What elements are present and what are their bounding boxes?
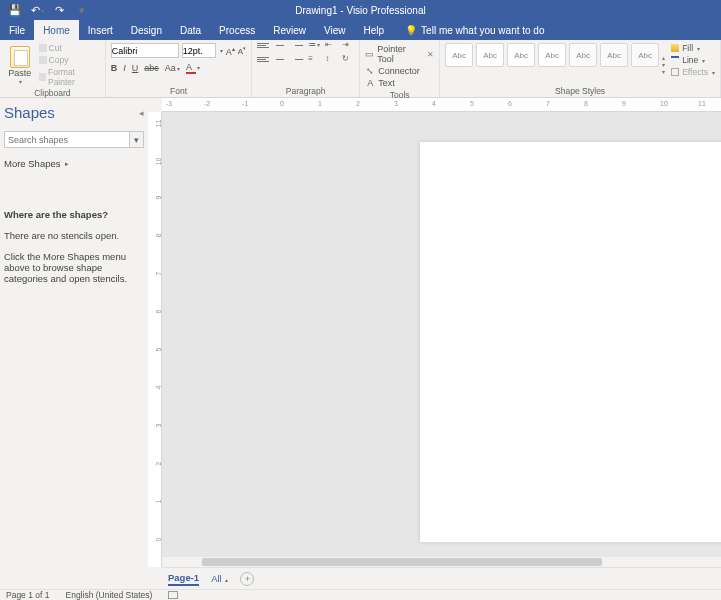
font-color-button[interactable]: A▾ xyxy=(186,62,200,74)
bold-button[interactable]: B xyxy=(111,63,118,73)
status-bar: Page 1 of 1 English (United States) xyxy=(0,589,721,600)
underline-button[interactable]: U xyxy=(132,63,139,73)
strikethrough-button[interactable]: abc xyxy=(144,63,159,73)
ruler-tick: 2 xyxy=(356,100,360,107)
ruler-tick: -3 xyxy=(166,100,172,107)
page-tab-1[interactable]: Page-1 xyxy=(168,572,199,586)
style-swatch[interactable]: Abc xyxy=(476,43,504,67)
undo-icon[interactable]: ↶▾ xyxy=(30,3,44,17)
bucket-icon xyxy=(671,44,679,52)
ruler-tick: 7 xyxy=(546,100,550,107)
redo-icon[interactable]: ↷ xyxy=(52,3,66,17)
ruler-vertical: 11109876543210 xyxy=(148,112,162,567)
rotate-text-button[interactable]: ↻ xyxy=(342,57,354,67)
italic-button[interactable]: I xyxy=(123,63,126,73)
ruler-tick: 1 xyxy=(318,100,322,107)
align-top-center-button[interactable] xyxy=(274,43,286,53)
ruler-tick: 10 xyxy=(660,100,668,107)
style-swatch[interactable]: Abc xyxy=(445,43,473,67)
numbering-button[interactable]: ≡ xyxy=(308,57,320,67)
brush-icon xyxy=(39,73,46,81)
style-swatch[interactable]: Abc xyxy=(631,43,659,67)
font-size-combo[interactable] xyxy=(182,43,216,58)
font-name-combo[interactable] xyxy=(111,43,179,58)
change-case-button[interactable]: Aa▾ xyxy=(165,63,180,73)
paste-button[interactable]: Paste ▾ xyxy=(5,43,35,87)
style-swatch[interactable]: Abc xyxy=(600,43,628,67)
page-tab-all[interactable]: All ▴ xyxy=(211,573,228,584)
grow-font-button[interactable]: A▴ xyxy=(226,45,235,57)
pointer-tool-button[interactable]: ▭Pointer Tool✕ xyxy=(365,43,434,65)
shapes-empty-line2: Click the More Shapes menu above to brow… xyxy=(4,251,144,284)
window-title: Drawing1 - Visio Professional xyxy=(295,5,425,16)
quick-access-toolbar: 💾 ↶▾ ↷ ▾ xyxy=(0,3,89,17)
tab-process[interactable]: Process xyxy=(210,20,264,40)
shrink-font-button[interactable]: A▾ xyxy=(238,45,246,56)
tab-design[interactable]: Design xyxy=(122,20,171,40)
search-dropdown-icon[interactable]: ▾ xyxy=(130,131,144,148)
text-tool-button[interactable]: AText xyxy=(365,77,434,89)
qat-customize-icon[interactable]: ▾ xyxy=(75,3,89,17)
search-shapes-input[interactable] xyxy=(4,131,130,148)
increase-indent-button[interactable]: ⇥ xyxy=(342,43,354,53)
bullets-button[interactable]: ≔▾ xyxy=(308,43,320,53)
tell-me-search[interactable]: 💡 Tell me what you want to do xyxy=(405,25,544,36)
style-gallery[interactable]: Abc Abc Abc Abc Abc Abc Abc xyxy=(445,43,659,85)
clipboard-group-label: Clipboard xyxy=(5,87,100,98)
style-swatch[interactable]: Abc xyxy=(569,43,597,67)
tab-help[interactable]: Help xyxy=(355,20,394,40)
status-language[interactable]: English (United States) xyxy=(65,590,152,600)
close-icon[interactable]: ✕ xyxy=(427,50,434,59)
group-tools: ▭Pointer Tool✕ ⤡Connector AText Tools xyxy=(360,40,440,97)
drawing-page[interactable] xyxy=(420,142,721,542)
ruler-tick: 3 xyxy=(394,100,398,107)
effects-icon xyxy=(671,68,679,76)
align-center-button[interactable] xyxy=(274,57,286,67)
font-group-label: Font xyxy=(111,85,246,96)
tab-insert[interactable]: Insert xyxy=(79,20,122,40)
gallery-up-icon[interactable]: ▴ xyxy=(662,54,665,61)
ruler-tick: 0 xyxy=(280,100,284,107)
collapse-panel-icon[interactable]: ◂ xyxy=(139,108,144,118)
gallery-more-icon[interactable]: ▾ xyxy=(662,68,665,75)
group-paragraph: ≔▾ ⇤ ⇥ ≡ ↕ ↻ Paragraph xyxy=(252,40,360,97)
paragraph-group-label: Paragraph xyxy=(257,85,354,96)
paste-dropdown-icon[interactable]: ▾ xyxy=(19,78,22,85)
ruler-tick: 9 xyxy=(622,100,626,107)
macro-record-icon[interactable] xyxy=(168,591,178,599)
text-icon: A xyxy=(365,78,375,88)
font-size-dropdown-icon[interactable]: ▾ xyxy=(220,47,223,54)
ribbon-tabs: File Home Insert Design Data Process Rev… xyxy=(0,20,721,40)
align-top-left-button[interactable] xyxy=(257,43,269,53)
tab-file[interactable]: File xyxy=(0,20,34,40)
tab-view[interactable]: View xyxy=(315,20,355,40)
pen-icon xyxy=(671,56,679,64)
line-button[interactable]: Line▾ xyxy=(671,55,715,65)
add-page-button[interactable]: + xyxy=(240,572,254,586)
tab-data[interactable]: Data xyxy=(171,20,210,40)
align-left-button[interactable] xyxy=(257,57,269,67)
more-shapes-label: More Shapes xyxy=(4,158,61,169)
chevron-up-icon: ▴ xyxy=(225,577,228,583)
tab-review[interactable]: Review xyxy=(264,20,315,40)
tab-home[interactable]: Home xyxy=(34,20,79,40)
paste-label: Paste xyxy=(8,68,31,78)
title-bar: 💾 ↶▾ ↷ ▾ Drawing1 - Visio Professional xyxy=(0,0,721,20)
scrollbar-thumb[interactable] xyxy=(202,558,602,566)
save-icon[interactable]: 💾 xyxy=(8,3,22,17)
style-swatch[interactable]: Abc xyxy=(538,43,566,67)
copy-icon xyxy=(39,56,47,64)
align-right-button[interactable] xyxy=(291,57,303,67)
ruler-tick: 11 xyxy=(698,100,706,107)
pointer-icon: ▭ xyxy=(365,49,374,59)
align-top-right-button[interactable] xyxy=(291,43,303,53)
fill-button[interactable]: Fill▾ xyxy=(671,43,715,53)
canvas-area[interactable] xyxy=(162,112,721,567)
decrease-indent-button[interactable]: ⇤ xyxy=(325,43,337,53)
line-spacing-button[interactable]: ↕ xyxy=(325,57,337,67)
scrollbar-horizontal[interactable] xyxy=(162,557,721,567)
gallery-down-icon[interactable]: ▾ xyxy=(662,61,665,68)
more-shapes-menu[interactable]: More Shapes ▸ xyxy=(4,158,144,169)
style-swatch[interactable]: Abc xyxy=(507,43,535,67)
connector-tool-button[interactable]: ⤡Connector xyxy=(365,65,434,77)
